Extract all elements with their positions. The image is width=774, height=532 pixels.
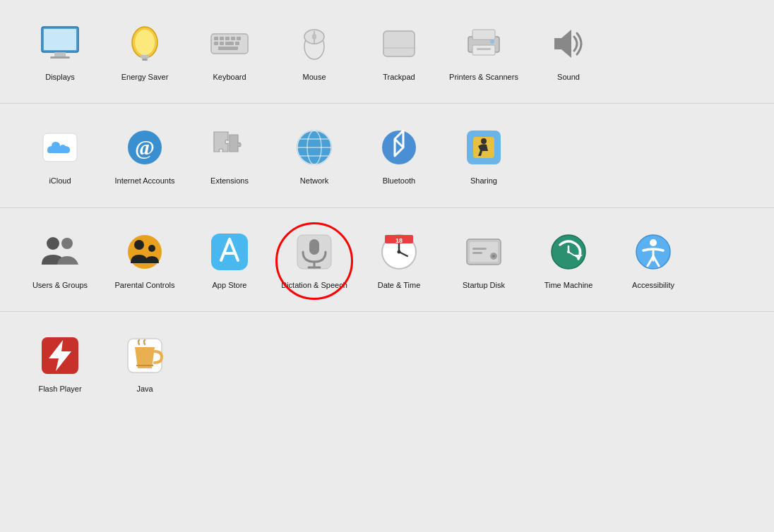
svg-rect-65 bbox=[472, 248, 487, 250]
dictation-speech-label: Dictation & Speech bbox=[281, 280, 347, 290]
java-item[interactable]: Java bbox=[106, 326, 184, 401]
svg-point-49 bbox=[148, 245, 155, 252]
users-groups-icon bbox=[37, 229, 83, 274]
parental-controls-label: Parental Controls bbox=[115, 280, 175, 290]
keyboard-icon bbox=[207, 21, 252, 66]
svg-rect-22 bbox=[312, 34, 316, 40]
svg-point-47 bbox=[128, 235, 162, 269]
network-item[interactable]: Network bbox=[275, 118, 353, 193]
parental-controls-item[interactable]: Parental Controls bbox=[106, 222, 184, 297]
svg-rect-3 bbox=[50, 56, 70, 59]
printers-scanners-icon bbox=[461, 21, 506, 66]
flash-player-item[interactable]: Flash Player bbox=[21, 326, 99, 401]
internet-accounts-icon: @ bbox=[122, 125, 167, 170]
svg-rect-11 bbox=[225, 37, 230, 40]
bluetooth-label: Bluetooth bbox=[383, 176, 415, 186]
system-preferences-window: Displays Energy Saver bbox=[0, 0, 774, 532]
app-store-icon bbox=[207, 229, 252, 274]
printers-scanners-item[interactable]: Printers & Scanners bbox=[445, 14, 523, 89]
svg-rect-14 bbox=[214, 42, 218, 45]
svg-rect-17 bbox=[235, 42, 239, 45]
users-groups-label: Users & Groups bbox=[32, 280, 88, 290]
svg-point-73 bbox=[650, 239, 657, 246]
svg-point-48 bbox=[134, 240, 144, 250]
accessibility-icon bbox=[631, 229, 676, 274]
extensions-item[interactable]: Extensions bbox=[191, 118, 268, 193]
svg-rect-9 bbox=[214, 37, 218, 40]
date-time-item[interactable]: 18 Date & Time bbox=[360, 222, 438, 297]
svg-text:18: 18 bbox=[395, 237, 403, 244]
svg-point-5 bbox=[135, 30, 155, 55]
keyboard-label: Keyboard bbox=[213, 72, 246, 82]
system-section: Users & Groups Parental Controls bbox=[0, 208, 774, 312]
svg-rect-1 bbox=[44, 29, 76, 50]
sharing-icon bbox=[461, 125, 506, 170]
icloud-label: iCloud bbox=[49, 176, 71, 186]
svg-point-45 bbox=[47, 237, 59, 250]
svg-rect-7 bbox=[142, 59, 148, 61]
displays-icon bbox=[37, 21, 83, 66]
sound-item[interactable]: Sound bbox=[530, 14, 607, 89]
energy-saver-item[interactable]: Energy Saver bbox=[106, 14, 184, 89]
sound-label: Sound bbox=[557, 72, 580, 82]
svg-rect-23 bbox=[383, 31, 415, 56]
svg-rect-16 bbox=[225, 42, 234, 45]
trackpad-item[interactable]: Trackpad bbox=[360, 14, 438, 89]
svg-rect-66 bbox=[472, 252, 482, 254]
internet-accounts-item[interactable]: @ Internet Accounts bbox=[106, 118, 184, 193]
displays-item[interactable]: Displays bbox=[21, 14, 99, 89]
dictation-speech-item[interactable]: Dictation & Speech bbox=[275, 222, 353, 297]
accessibility-label: Accessibility bbox=[632, 280, 674, 290]
svg-point-71 bbox=[567, 250, 570, 253]
svg-rect-6 bbox=[141, 55, 149, 59]
java-label: Java bbox=[136, 384, 153, 394]
sound-icon bbox=[546, 21, 591, 66]
extensions-label: Extensions bbox=[210, 176, 249, 186]
energy-saver-icon bbox=[122, 21, 167, 66]
trackpad-icon bbox=[376, 21, 422, 66]
network-icon bbox=[292, 125, 337, 170]
internet-section: iCloud @ Internet Accounts Extensions bbox=[0, 104, 774, 207]
mouse-item[interactable]: Mouse bbox=[275, 14, 353, 89]
svg-point-29 bbox=[490, 40, 494, 44]
dictation-speech-icon bbox=[292, 229, 337, 274]
date-time-icon: 18 bbox=[376, 229, 422, 274]
svg-rect-2 bbox=[54, 52, 66, 56]
app-store-label: App Store bbox=[213, 280, 247, 290]
svg-point-44 bbox=[481, 138, 487, 144]
displays-label: Displays bbox=[45, 72, 75, 82]
svg-marker-30 bbox=[554, 30, 571, 58]
network-label: Network bbox=[300, 176, 328, 186]
hardware-section: Displays Energy Saver bbox=[0, 0, 774, 104]
printers-scanners-label: Printers & Scanners bbox=[449, 72, 518, 82]
flash-player-label: Flash Player bbox=[38, 384, 81, 394]
startup-disk-item[interactable]: Startup Disk bbox=[445, 222, 523, 297]
time-machine-icon bbox=[546, 229, 591, 274]
energy-saver-label: Energy Saver bbox=[121, 72, 169, 82]
svg-point-58 bbox=[398, 250, 401, 253]
sharing-item[interactable]: Sharing bbox=[445, 118, 523, 193]
java-icon bbox=[122, 333, 167, 378]
sharing-label: Sharing bbox=[470, 176, 497, 186]
other-section: Flash Player Java bbox=[0, 312, 774, 415]
bluetooth-item[interactable]: Bluetooth bbox=[360, 118, 438, 193]
app-store-item[interactable]: App Store bbox=[191, 222, 268, 297]
startup-disk-label: Startup Disk bbox=[463, 280, 505, 290]
time-machine-label: Time Machine bbox=[544, 280, 593, 290]
svg-rect-52 bbox=[309, 239, 319, 255]
time-machine-item[interactable]: Time Machine bbox=[530, 222, 607, 297]
startup-disk-icon bbox=[461, 229, 506, 274]
svg-rect-28 bbox=[477, 48, 491, 50]
icloud-icon bbox=[37, 125, 83, 170]
bluetooth-icon bbox=[376, 125, 422, 170]
svg-rect-13 bbox=[237, 37, 241, 40]
svg-rect-15 bbox=[220, 42, 224, 45]
mouse-label: Mouse bbox=[302, 72, 326, 82]
flash-player-icon bbox=[37, 333, 83, 378]
accessibility-item[interactable]: Accessibility bbox=[614, 222, 692, 297]
svg-rect-18 bbox=[218, 47, 238, 50]
keyboard-item[interactable]: Keyboard bbox=[191, 14, 268, 89]
icloud-item[interactable]: iCloud bbox=[21, 118, 99, 193]
users-groups-item[interactable]: Users & Groups bbox=[21, 222, 99, 297]
extensions-icon bbox=[207, 125, 252, 170]
